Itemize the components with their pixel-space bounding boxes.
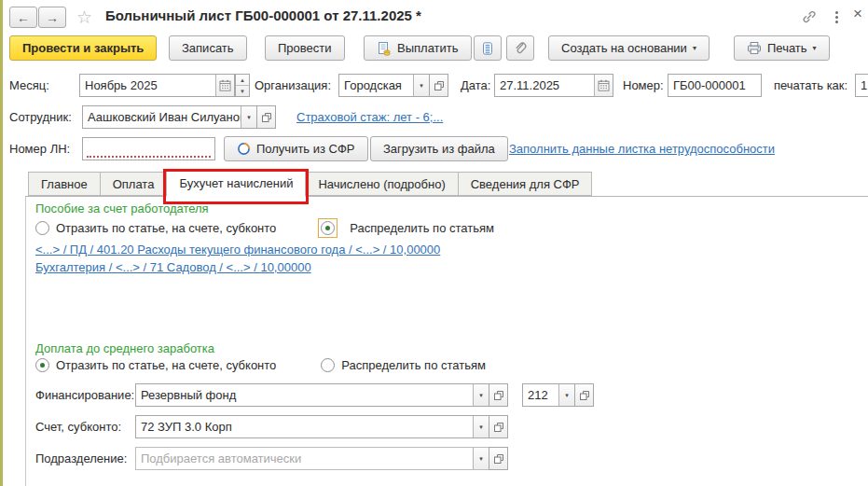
radio-label: Распределить по статьям [341, 358, 486, 372]
division-field[interactable]: Подбирается автоматически ▾ [135, 447, 489, 470]
create-on-base-button[interactable]: Создать на основании ▾ [548, 35, 710, 61]
tab-label: Оплата [113, 177, 155, 191]
open-icon [261, 112, 272, 123]
report-structure-button[interactable] [474, 35, 502, 61]
calendar-icon[interactable] [594, 75, 613, 96]
write-label: Записать [182, 41, 234, 55]
division-open-button[interactable] [489, 447, 508, 470]
pay-label: Выплатить [397, 41, 459, 55]
get-from-sfr-button[interactable]: Получить из СФР [224, 136, 368, 161]
pay-button[interactable]: Выплатить [364, 35, 472, 61]
post-button[interactable]: Провести [265, 35, 345, 61]
paperclip-icon [513, 41, 528, 56]
attachments-button[interactable] [506, 35, 534, 61]
post-and-close-button[interactable]: Провести и закрыть [9, 35, 157, 61]
employer-benefit-section-title: Пособие за счет работодателя [35, 201, 209, 215]
radio-circle[interactable] [35, 221, 49, 235]
dropdown-icon[interactable]: ▾ [558, 384, 574, 406]
dropdown-icon[interactable]: ▾ [473, 448, 489, 469]
calendar-icon[interactable] [215, 75, 234, 96]
radio-distribute-by-articles[interactable]: Распределить по статьям [321, 358, 486, 372]
number-label: Номер: [623, 74, 664, 97]
radio-reflect-by-article[interactable]: Отразить по статье, на счете, субконто [35, 221, 276, 235]
fill-sick-leave-data-link[interactable]: Заполнить данные листка нетрудоспособнос… [509, 137, 775, 160]
chevron-down-icon: ▾ [813, 44, 817, 52]
open-icon [493, 422, 504, 433]
dropdown-icon[interactable]: ▾ [473, 416, 489, 437]
month-value: Ноябрь 2025 [80, 75, 215, 96]
financing-value: Резервный фонд [136, 384, 473, 406]
tab-main[interactable]: Главное [28, 172, 101, 196]
distribution-line-link[interactable]: Бухгалтерия / <...> / 71 Садовод / <...>… [35, 258, 311, 276]
division-placeholder: Подбирается автоматически [136, 448, 473, 469]
financing-code-open-button[interactable] [574, 383, 594, 407]
print-as-value: 1 [856, 75, 868, 96]
employee-label: Сотрудник: [9, 105, 72, 129]
print-as-field[interactable]: 1 [855, 74, 868, 97]
average-supplement-section-title: Доплата до среднего заработка [35, 341, 214, 355]
financing-label: Финансирование: [35, 383, 134, 407]
required-field-marker [87, 156, 211, 158]
employee-field[interactable]: Аашковский Иван Силуанов ▾ [82, 105, 257, 129]
radio-label: Отразить по статье, на счете, субконто [56, 358, 276, 372]
dropdown-icon[interactable]: ▾ [473, 384, 489, 406]
radio-distribute-by-articles[interactable]: Распределить по статьям [318, 218, 494, 238]
account-open-button[interactable] [489, 415, 508, 438]
radio-circle[interactable] [35, 358, 49, 372]
tab-accounting[interactable]: Бухучет начислений [166, 170, 306, 197]
tab-bar: Главное Оплата Бухучет начислений Начисл… [25, 170, 868, 197]
open-icon [579, 390, 590, 401]
nav-back-button[interactable]: ← [9, 7, 37, 28]
employee-open-button[interactable] [256, 105, 276, 129]
chevron-down-icon: ▾ [693, 44, 696, 52]
tab-accrued-detail[interactable]: Начислено (подробно) [305, 172, 458, 196]
sfr-logo-icon [237, 142, 251, 156]
account-field[interactable]: 72 ЗУП 3.0 Корп ▾ [135, 415, 489, 438]
account-value: 72 ЗУП 3.0 Корп [136, 416, 473, 437]
post-label: Провести [278, 41, 332, 55]
radio-reflect-by-article[interactable]: Отразить по статье, на счете, субконто [35, 358, 276, 372]
load-from-file-button[interactable]: Загрузить из файла [370, 136, 508, 161]
financing-open-button[interactable] [489, 383, 508, 407]
employee-value: Аашковский Иван Силуанов [83, 106, 241, 128]
date-field[interactable]: 27.11.2025 [494, 74, 613, 97]
more-menu-icon[interactable] [831, 8, 842, 25]
link-icon[interactable] [802, 9, 817, 24]
employer-benefit-radio-group: Отразить по статье, на счете, субконто Р… [35, 218, 494, 238]
insurance-experience-link[interactable]: Страховой стаж: лет - 6;... [296, 105, 443, 129]
financing-field[interactable]: Резервный фонд ▾ [135, 383, 489, 407]
write-button[interactable]: Записать [169, 35, 247, 61]
organization-label: Организация: [255, 74, 331, 97]
tab-payment[interactable]: Оплата [100, 172, 168, 196]
organization-open-button[interactable] [429, 74, 448, 97]
ln-number-field[interactable] [82, 137, 215, 160]
number-value: ГБ00-000001 [668, 75, 761, 96]
favorite-star-icon[interactable]: ☆ [76, 7, 92, 28]
radio-label: Отразить по статье, на счете, субконто [56, 221, 276, 235]
month-stepper[interactable]: ▲ ▼ [235, 74, 250, 97]
month-field[interactable]: Ноябрь 2025 [79, 74, 235, 97]
spin-down-icon[interactable]: ▼ [236, 86, 249, 96]
organization-field[interactable]: Городская ▾ [338, 74, 430, 97]
print-button[interactable]: Печать ▾ [734, 35, 830, 61]
ln-number-label: Номер ЛН: [9, 137, 70, 160]
number-field[interactable]: ГБ00-000001 [668, 74, 762, 97]
tab-page-left-border [25, 197, 26, 486]
dropdown-icon[interactable]: ▾ [413, 75, 429, 96]
radio-circle[interactable] [321, 358, 335, 372]
distribution-line-link[interactable]: <...> / ПД / 401.20 Расходы текущего фин… [35, 241, 440, 258]
financing-code-value: 212 [523, 384, 558, 406]
forward-arrow-icon: → [46, 10, 59, 25]
tab-sfr-info[interactable]: Сведения для СФР [458, 172, 593, 196]
close-icon[interactable]: × [850, 5, 865, 23]
tab-label: Главное [41, 177, 88, 191]
account-label: Счет, субконто: [35, 415, 121, 438]
open-icon [493, 390, 504, 401]
nav-forward-button[interactable]: → [38, 7, 66, 28]
financing-code-field[interactable]: 212 ▾ [522, 383, 575, 407]
date-value: 27.11.2025 [495, 75, 594, 96]
dropdown-icon[interactable]: ▾ [241, 106, 256, 128]
list-icon [480, 41, 495, 56]
radio-circle[interactable] [321, 221, 335, 235]
spin-up-icon[interactable]: ▲ [236, 75, 249, 86]
